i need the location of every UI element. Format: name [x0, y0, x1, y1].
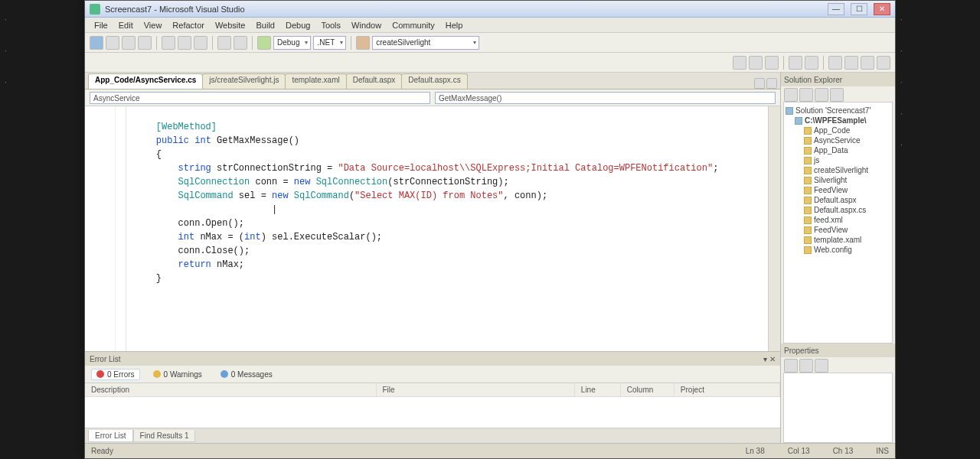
config-combo[interactable]: Debug — [273, 36, 311, 50]
text-editor-toolbar[interactable] — [85, 53, 895, 73]
error-list-panel: Error List ▾ ✕ 0 Errors 0 Warnings 0 Mes… — [85, 351, 780, 443]
col-file[interactable]: File — [377, 383, 575, 396]
file-icon — [804, 137, 812, 145]
vertical-scrollbar[interactable] — [768, 106, 780, 351]
uncomment-icon[interactable] — [805, 56, 818, 70]
menu-window[interactable]: Window — [347, 19, 386, 31]
start-debug-icon[interactable] — [257, 36, 271, 50]
solution-toolbar[interactable] — [781, 86, 895, 102]
tab-asyncservice[interactable]: App_Code/AsyncService.cs — [88, 73, 203, 89]
format-icon[interactable] — [861, 56, 874, 70]
messages-filter[interactable]: 0 Messages — [215, 369, 278, 380]
folder-icon — [804, 147, 812, 155]
error-list-title[interactable]: Error List ▾ ✕ — [85, 352, 780, 366]
find-icon[interactable] — [356, 36, 370, 50]
file-icon — [804, 177, 812, 184]
menu-view[interactable]: View — [139, 19, 167, 31]
errors-filter[interactable]: 0 Errors — [91, 369, 140, 380]
maximize-button[interactable]: ☐ — [851, 3, 867, 15]
document-tabstrip[interactable]: App_Code/AsyncService.cs js/createSilver… — [85, 73, 780, 90]
error-list-table[interactable]: Description File Line Column Project — [85, 382, 780, 428]
properties-toolbar[interactable] — [781, 357, 895, 373]
code-text[interactable]: [WebMethod] public int GetMaxMessage() {… — [126, 106, 768, 351]
file-icon — [804, 197, 812, 204]
file-icon — [804, 246, 812, 254]
find-combo[interactable]: createSilverlight — [372, 36, 479, 50]
open-icon[interactable] — [106, 36, 119, 50]
folder-icon — [804, 127, 812, 135]
outdent-icon[interactable] — [844, 56, 858, 70]
tab-template-xaml[interactable]: template.xaml — [285, 73, 346, 89]
file-icon — [804, 226, 812, 234]
tab-default-aspx-cs[interactable]: Default.aspx.cs — [401, 73, 467, 89]
solution-tree[interactable]: Solution 'Screencast7' C:\WPFESample\ Ap… — [783, 102, 893, 343]
redo-icon[interactable] — [234, 36, 247, 50]
alpha-icon[interactable] — [799, 359, 813, 373]
solution-explorer-title[interactable]: Solution Explorer — [781, 73, 895, 86]
col-line[interactable]: Line — [575, 383, 621, 396]
titlebar[interactable]: Screencast7 - Microsoft Visual Studio — … — [85, 1, 895, 18]
code-editor[interactable]: [WebMethod] public int GetMaxMessage() {… — [85, 106, 780, 351]
menu-bar[interactable]: File Edit View Refactor Website Build De… — [85, 18, 895, 33]
page-right-gutter: ····· — [896, 0, 980, 459]
property-grid[interactable] — [783, 373, 893, 443]
toggle-bookmark-icon[interactable] — [733, 56, 746, 70]
status-col: Col 13 — [788, 447, 810, 455]
indent-icon[interactable] — [828, 56, 842, 70]
new-project-icon[interactable] — [90, 36, 103, 50]
file-icon — [804, 236, 812, 244]
bottom-tab-errorlist[interactable]: Error List — [88, 430, 133, 442]
showall-icon[interactable] — [799, 88, 813, 102]
menu-website[interactable]: Website — [211, 19, 250, 31]
col-column[interactable]: Column — [621, 383, 675, 396]
copy-icon[interactable] — [178, 36, 191, 50]
warnings-filter[interactable]: 0 Warnings — [148, 369, 207, 380]
cut-icon[interactable] — [162, 36, 175, 50]
menu-tools[interactable]: Tools — [316, 19, 345, 31]
menu-build[interactable]: Build — [251, 19, 279, 31]
tab-close-icon[interactable] — [766, 78, 777, 89]
minimize-button[interactable]: — — [828, 3, 844, 15]
undo-icon[interactable] — [217, 36, 231, 50]
status-ch: Ch 13 — [833, 447, 854, 455]
outlining-margin[interactable] — [116, 106, 126, 351]
menu-help[interactable]: Help — [441, 19, 468, 31]
prev-bookmark-icon[interactable] — [749, 56, 763, 70]
type-combo[interactable]: AsyncService — [90, 92, 430, 104]
save-all-icon[interactable] — [138, 36, 152, 50]
col-description[interactable]: Description — [85, 383, 377, 396]
vs-icon — [90, 4, 100, 15]
save-icon[interactable] — [122, 36, 136, 50]
intellisense-icon[interactable] — [877, 56, 890, 70]
properties-icon[interactable] — [815, 88, 828, 102]
properties-title[interactable]: Properties — [781, 343, 895, 357]
member-combo[interactable]: GetMaxMessage() — [435, 92, 776, 104]
propgrid-icon[interactable] — [815, 359, 828, 373]
next-bookmark-icon[interactable] — [765, 56, 779, 70]
standard-toolbar[interactable]: Debug .NET createSilverlight — [85, 33, 895, 53]
platform-combo[interactable]: .NET — [313, 36, 346, 50]
menu-community[interactable]: Community — [387, 19, 439, 31]
refresh-icon[interactable] — [784, 88, 798, 102]
comment-icon[interactable] — [789, 56, 802, 70]
paste-icon[interactable] — [194, 36, 207, 50]
menu-edit[interactable]: Edit — [114, 19, 138, 31]
indicator-margin — [85, 106, 116, 351]
tab-createsilverlight[interactable]: js/createSilverlight.js — [202, 73, 286, 89]
project-icon — [795, 117, 802, 125]
page-left-gutter: ··· — [0, 0, 84, 459]
tab-default-aspx[interactable]: Default.aspx — [346, 73, 403, 89]
close-button[interactable]: ✕ — [874, 3, 890, 15]
menu-refactor[interactable]: Refactor — [168, 19, 209, 31]
categorized-icon[interactable] — [784, 359, 798, 373]
code-nav-bar[interactable]: AsyncService GetMaxMessage() — [85, 90, 780, 106]
bottom-tab-findresults[interactable]: Find Results 1 — [133, 430, 196, 442]
menu-debug[interactable]: Debug — [281, 19, 315, 31]
col-project[interactable]: Project — [675, 383, 780, 396]
menu-file[interactable]: File — [90, 19, 113, 31]
file-icon — [804, 216, 812, 224]
status-ready: Ready — [91, 447, 113, 455]
viewcode-icon[interactable] — [830, 88, 844, 102]
tab-dropdown-icon[interactable] — [754, 78, 765, 89]
pin-icon[interactable]: ▾ ✕ — [763, 355, 776, 363]
